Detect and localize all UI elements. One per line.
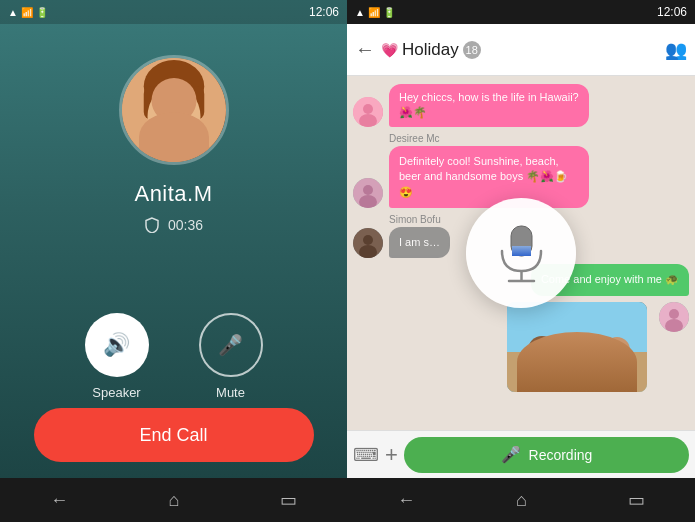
member-count-badge: 18 bbox=[463, 41, 481, 59]
recents-nav-right[interactable]: ▭ bbox=[628, 489, 645, 511]
svg-point-8 bbox=[363, 104, 373, 114]
svg-point-24 bbox=[552, 356, 582, 378]
speaker-label: Speaker bbox=[92, 385, 140, 400]
call-screen: ▲ 📶 🔋 12:06 bbox=[0, 0, 347, 522]
heart-icon: 💗 bbox=[381, 42, 398, 58]
svg-point-17 bbox=[669, 309, 679, 319]
svg-point-25 bbox=[578, 334, 606, 362]
list-item: Desiree Mc Definitely cool! Sunshine, be… bbox=[353, 133, 689, 208]
recording-button[interactable]: 🎤 Recording bbox=[404, 437, 689, 473]
caller-name: Anita.M bbox=[134, 181, 212, 207]
mute-icon: 🎤 bbox=[218, 333, 243, 357]
back-button[interactable]: ← bbox=[355, 38, 375, 61]
speaker-control[interactable]: 🔊 Speaker bbox=[85, 313, 149, 400]
time-left: 12:06 bbox=[309, 5, 339, 19]
svg-point-11 bbox=[363, 185, 373, 195]
mute-control[interactable]: 🎤 Mute bbox=[199, 313, 263, 400]
chat-input-bar: ⌨ + 🎤 Recording bbox=[347, 430, 695, 478]
svg-point-6 bbox=[180, 106, 188, 115]
avatar-image bbox=[122, 58, 226, 162]
home-nav-left[interactable]: ⌂ bbox=[169, 490, 180, 511]
caller-avatar bbox=[119, 55, 229, 165]
avatar bbox=[353, 228, 383, 258]
signal-icon-right: 📶 bbox=[368, 7, 380, 18]
svg-point-14 bbox=[363, 235, 373, 245]
list-item bbox=[353, 302, 689, 392]
chat-title: Holiday bbox=[402, 40, 459, 60]
shield-icon bbox=[144, 217, 160, 233]
chat-header: ← 💗 Holiday 18 👥 bbox=[347, 24, 695, 76]
message-bubble: Definitely cool! Sunshine, beach, beer a… bbox=[389, 146, 589, 208]
recents-nav-left[interactable]: ▭ bbox=[280, 489, 297, 511]
svg-point-22 bbox=[526, 360, 558, 380]
mute-button[interactable]: 🎤 bbox=[199, 313, 263, 377]
battery-icon-right: 🔋 bbox=[383, 7, 395, 18]
svg-point-28 bbox=[602, 360, 632, 380]
message-bubble: Hey chiccs, how is the life in Hawaii? 🌺… bbox=[389, 84, 589, 127]
mute-label: Mute bbox=[216, 385, 245, 400]
status-icons-right: ▲ 📶 🔋 bbox=[355, 7, 395, 18]
svg-point-1 bbox=[143, 60, 204, 113]
add-attachment-button[interactable]: + bbox=[385, 442, 398, 468]
battery-icon-left: 🔋 bbox=[36, 7, 48, 18]
speaker-button[interactable]: 🔊 bbox=[85, 313, 149, 377]
wifi-icon-left: ▲ bbox=[8, 7, 18, 18]
svg-rect-32 bbox=[512, 246, 531, 256]
chat-screen: ▲ 📶 🔋 12:06 ← 💗 Holiday 18 👥 Hey chiccs,… bbox=[347, 0, 695, 522]
mic-icon: 🎤 bbox=[501, 445, 521, 464]
message-bubble: I am s… bbox=[389, 227, 450, 258]
svg-point-21 bbox=[528, 336, 556, 364]
svg-point-27 bbox=[604, 337, 630, 363]
photo-content bbox=[507, 302, 647, 392]
svg-point-4 bbox=[147, 85, 200, 147]
chat-header-right: 👥 bbox=[665, 39, 687, 61]
svg-point-5 bbox=[159, 106, 167, 115]
home-nav-right[interactable]: ⌂ bbox=[516, 490, 527, 511]
time-right: 12:06 bbox=[657, 5, 687, 19]
avatar bbox=[659, 302, 689, 332]
call-controls: 🔊 Speaker 🎤 Mute bbox=[85, 313, 263, 400]
avatar bbox=[353, 97, 383, 127]
status-icons-left: ▲ 📶 🔋 bbox=[8, 7, 48, 18]
svg-rect-20 bbox=[507, 352, 647, 392]
nav-bar-right: ← ⌂ ▭ bbox=[347, 478, 695, 522]
sender-name: Desiree Mc bbox=[389, 133, 689, 144]
end-call-button[interactable]: End Call bbox=[34, 408, 314, 462]
messages-area: Hey chiccs, how is the life in Hawaii? 🌺… bbox=[347, 76, 695, 430]
avatar-svg bbox=[122, 58, 226, 162]
group-icon[interactable]: 👥 bbox=[665, 39, 687, 61]
status-bar-left: ▲ 📶 🔋 12:06 bbox=[0, 0, 347, 24]
recording-label: Recording bbox=[529, 447, 593, 463]
photo-message bbox=[507, 302, 647, 392]
avatar bbox=[353, 178, 383, 208]
nav-bar-left: ← ⌂ ▭ bbox=[0, 478, 347, 522]
svg-point-26 bbox=[576, 359, 608, 379]
back-nav-left[interactable]: ← bbox=[50, 490, 68, 511]
svg-rect-19 bbox=[507, 302, 647, 392]
svg-point-23 bbox=[554, 333, 580, 359]
speaker-icon: 🔊 bbox=[103, 332, 130, 358]
call-duration: 00:36 bbox=[144, 217, 203, 233]
voice-recording-overlay[interactable] bbox=[466, 198, 576, 308]
wifi-icon-right: ▲ bbox=[355, 7, 365, 18]
chat-title-area: 💗 Holiday 18 bbox=[381, 40, 659, 60]
duration-text: 00:36 bbox=[168, 217, 203, 233]
signal-icon-left: 📶 bbox=[21, 7, 33, 18]
back-nav-right[interactable]: ← bbox=[397, 490, 415, 511]
status-bar-right: ▲ 📶 🔋 12:06 bbox=[347, 0, 695, 24]
microphone-large-icon bbox=[494, 221, 549, 286]
keyboard-button[interactable]: ⌨ bbox=[353, 444, 379, 466]
list-item: Hey chiccs, how is the life in Hawaii? 🌺… bbox=[353, 84, 689, 127]
